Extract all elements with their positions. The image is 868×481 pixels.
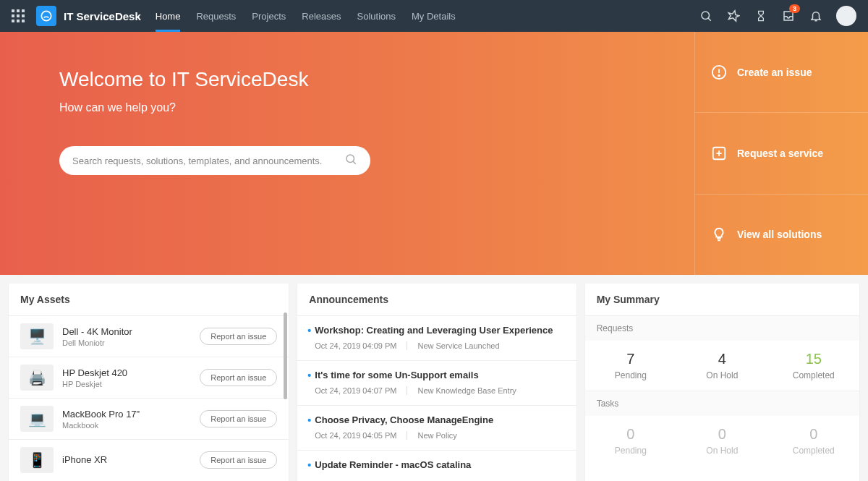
inbox-icon[interactable]: 3 <box>781 9 796 23</box>
lightbulb-icon <box>711 226 727 242</box>
hero: Welcome to IT ServiceDesk How can we hel… <box>0 32 868 275</box>
stat-value: 0 <box>676 426 767 443</box>
announcement-tag: New Service Launched <box>417 341 499 350</box>
announcement-date: Oct 24, 2019 04:05 PM <box>315 431 407 440</box>
action-create-issue[interactable]: Create an issue <box>695 32 868 113</box>
asset-name: Dell - 4K Monitor <box>62 326 200 337</box>
announcement-title: Update Reminder - macOS catalina <box>309 459 564 470</box>
announcement-tag: New Knowledge Base Entry <box>417 386 516 395</box>
announcement-row[interactable]: Update Reminder - macOS catalina <box>297 450 576 481</box>
search-icon-inline[interactable] <box>344 153 357 169</box>
nav-mydetails[interactable]: My Details <box>412 2 456 30</box>
asset-info: HP Deskjet 420 HP Deskjet <box>62 367 200 388</box>
announcement-title: Choose Privacy, Choose ManageEngine <box>309 414 564 425</box>
announcement-row[interactable]: Choose Privacy, Choose ManageEngineOct 2… <box>297 405 576 450</box>
stat-label: On Hold <box>676 446 767 456</box>
stat-value: 7 <box>585 351 676 367</box>
hourglass-icon[interactable] <box>754 9 768 23</box>
search-wrap <box>59 146 370 175</box>
asset-type: Mackbook <box>62 421 200 430</box>
announcements-list: Workshop: Creating and Leveraging User E… <box>297 315 576 481</box>
announcement-row[interactable]: Workshop: Creating and Leveraging User E… <box>297 315 576 360</box>
report-issue-button[interactable]: Report an issue <box>200 369 277 386</box>
assets-card: My Assets 🖥️ Dell - 4K Monitor Dell Moni… <box>9 284 289 481</box>
summary-card: My Summary Requests7Pending4On Hold15Com… <box>585 284 859 481</box>
stat-label: On Hold <box>676 370 767 380</box>
hero-subtitle: How can we help you? <box>59 101 694 114</box>
stat-value: 4 <box>676 351 767 367</box>
asset-row: 💻 MackBook Pro 17" Mackbook Report an is… <box>9 398 289 439</box>
announcement-title: Workshop: Creating and Leveraging User E… <box>309 325 564 336</box>
action-label: View all solutions <box>737 229 822 240</box>
pin-icon[interactable] <box>726 9 741 23</box>
stat-label: Pending <box>585 370 676 380</box>
stat[interactable]: 4On Hold <box>676 351 767 380</box>
announcement-meta: Oct 24, 2019 04:07 PMNew Knowledge Base … <box>309 386 564 395</box>
asset-info: MackBook Pro 17" Mackbook <box>62 409 200 430</box>
logo[interactable] <box>36 6 56 26</box>
announcements-title: Announcements <box>297 284 576 315</box>
summary-section-label: Requests <box>585 315 859 341</box>
asset-name: HP Deskjet 420 <box>62 367 200 378</box>
nav-releases[interactable]: Releases <box>302 2 341 30</box>
stat-label: Completed <box>768 370 859 380</box>
summary-section-label: Tasks <box>585 391 859 416</box>
apps-grid-icon[interactable] <box>12 9 25 22</box>
stat-value: 0 <box>585 426 676 443</box>
asset-name: MackBook Pro 17" <box>62 409 200 420</box>
svg-line-2 <box>708 18 711 21</box>
announcement-meta: Oct 24, 2019 04:09 PMNew Service Launche… <box>309 341 564 350</box>
asset-row: 📱 iPhone XR Report an issue <box>9 439 289 480</box>
stat[interactable]: 7Pending <box>585 351 676 380</box>
report-issue-button[interactable]: Report an issue <box>200 410 277 427</box>
nav-solutions[interactable]: Solutions <box>357 2 396 30</box>
assets-list: 🖥️ Dell - 4K Monitor Dell Moniotr Report… <box>9 315 289 480</box>
svg-point-3 <box>346 155 354 163</box>
stat-label: Completed <box>768 446 859 456</box>
dashboard: My Assets 🖥️ Dell - 4K Monitor Dell Moni… <box>0 275 868 481</box>
report-issue-button[interactable]: Report an issue <box>200 328 277 345</box>
bell-icon[interactable] <box>809 9 823 23</box>
asset-thumb: 💻 <box>20 406 54 432</box>
asset-thumb: 🖥️ <box>20 323 54 349</box>
svg-point-0 <box>41 11 51 20</box>
plus-square-icon <box>711 145 727 161</box>
hero-actions: Create an issue Request a service View a… <box>694 32 868 275</box>
action-label: Create an issue <box>737 67 812 78</box>
nav-home[interactable]: Home <box>156 2 181 30</box>
search-input[interactable] <box>72 156 344 166</box>
nav-requests[interactable]: Requests <box>196 2 236 30</box>
scrollbar[interactable] <box>284 312 287 480</box>
stat[interactable]: 0On Hold <box>676 426 767 456</box>
asset-type: Dell Moniotr <box>62 339 200 347</box>
avatar[interactable] <box>836 6 856 26</box>
asset-thumb: 📱 <box>20 447 54 473</box>
asset-row: 🖨️ HP Deskjet 420 HP Deskjet Report an i… <box>9 357 289 398</box>
action-request-service[interactable]: Request a service <box>695 113 868 194</box>
summary-stats: 0Pending0On Hold0Completed <box>585 416 859 466</box>
announcement-meta: Oct 24, 2019 04:05 PMNew Policy <box>309 431 564 440</box>
stat[interactable]: 0Pending <box>585 426 676 456</box>
assets-title: My Assets <box>9 284 289 315</box>
svg-point-1 <box>702 12 710 20</box>
asset-row: 🖥️ Dell - 4K Monitor Dell Moniotr Report… <box>9 315 289 357</box>
hero-title: Welcome to IT ServiceDesk <box>59 68 694 91</box>
stat[interactable]: 15Completed <box>768 351 859 380</box>
svg-line-4 <box>353 161 356 164</box>
summary-body: Requests7Pending4On Hold15CompletedTasks… <box>585 315 859 466</box>
nav-projects[interactable]: Projects <box>252 2 286 30</box>
search-icon[interactable] <box>699 9 713 23</box>
stat[interactable]: 0Completed <box>768 426 859 456</box>
asset-type: HP Deskjet <box>62 380 200 388</box>
report-issue-button[interactable]: Report an issue <box>200 451 277 469</box>
announcements-card: Announcements Workshop: Creating and Lev… <box>297 284 576 481</box>
stat-value: 15 <box>768 351 859 367</box>
topbar: IT ServiceDesk Home Requests Projects Re… <box>0 0 868 32</box>
summary-stats: 7Pending4On Hold15Completed <box>585 341 859 391</box>
asset-info: Dell - 4K Monitor Dell Moniotr <box>62 326 200 347</box>
action-view-solutions[interactable]: View all solutions <box>695 195 868 275</box>
announcement-row[interactable]: It's time for some Un-Support emailsOct … <box>297 360 576 405</box>
hero-left: Welcome to IT ServiceDesk How can we hel… <box>0 32 694 275</box>
alert-circle-icon <box>711 64 727 80</box>
stat-label: Pending <box>585 446 676 456</box>
